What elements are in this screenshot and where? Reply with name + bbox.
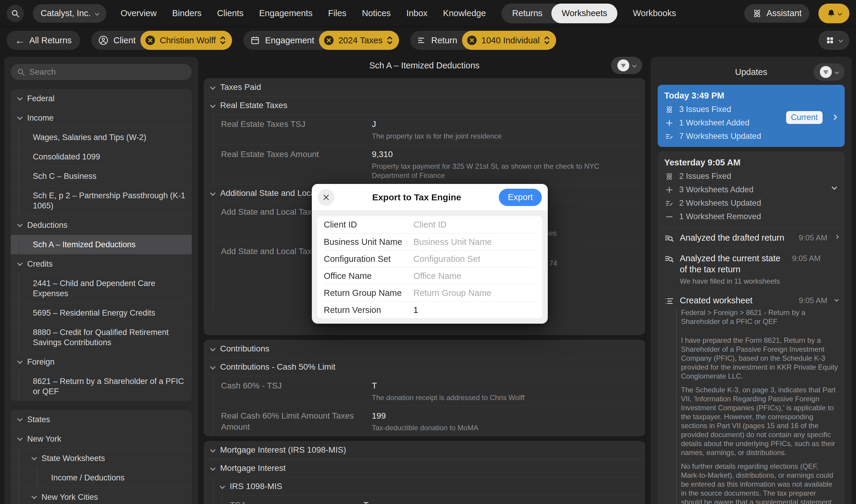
sidebar-item-consolidated-1099[interactable]: Consolidated 1099: [11, 147, 192, 166]
update-stat: 2 Worksheets Updated: [664, 199, 838, 208]
updates-filter-button[interactable]: [814, 63, 845, 80]
nav-item-knowledge[interactable]: Knowledge: [443, 8, 486, 18]
nav-item-engagements[interactable]: Engagements: [259, 8, 313, 18]
section-taxes-paid[interactable]: Taxes Paid: [204, 78, 645, 96]
sidebar-item-8880[interactable]: 8880 – Credit for Qualified Retirement S…: [11, 322, 192, 352]
field-row[interactable]: Real Estate Taxes Amount 9,310Property t…: [213, 145, 645, 184]
client-chip[interactable]: Christian Wolff: [140, 31, 232, 50]
bell-icon: [826, 8, 836, 18]
section-real-estate-taxes[interactable]: Real Estate Taxes: [204, 96, 645, 114]
form-row: Configuration Set Configuration Set: [324, 250, 536, 267]
form-row: Client ID Client ID: [324, 216, 536, 233]
assistant-button[interactable]: Assistant: [744, 4, 809, 23]
remove-icon[interactable]: [323, 35, 335, 46]
remove-icon[interactable]: [145, 35, 156, 46]
sidebar-item-5695[interactable]: 5695 – Residential Energy Credits: [11, 303, 192, 322]
sidebar-item-income[interactable]: Income: [11, 108, 192, 127]
field-row[interactable]: Real Estate Taxes TSJ JThe property tax …: [213, 115, 645, 145]
notifications-button[interactable]: [818, 4, 850, 23]
update-item[interactable]: Created worksheet 9:05 AM Federal > Fore…: [664, 290, 838, 504]
atom-icon: [664, 172, 674, 181]
all-returns-back-button[interactable]: ← All Returns: [6, 31, 80, 50]
section-irs-1098-mis[interactable]: IRS 1098-MIS: [213, 478, 645, 496]
update-header: Today 3:49 PM: [664, 91, 838, 101]
remove-icon[interactable]: [466, 35, 478, 46]
section-contributions[interactable]: Contributions: [204, 340, 645, 358]
return-version-field[interactable]: 1: [413, 305, 536, 315]
export-button[interactable]: Export: [499, 189, 542, 206]
analyze-icon: [664, 254, 675, 264]
sidebar-item-new-york-cities[interactable]: New York Cities: [11, 487, 192, 504]
sidebar-item-credits[interactable]: Credits: [11, 254, 192, 273]
engagement-chip[interactable]: 2024 Taxes: [319, 31, 399, 50]
modal-header: Export to Tax Engine Export: [312, 184, 548, 211]
nav-item-binders[interactable]: Binders: [172, 8, 201, 18]
field-value[interactable]: T: [372, 380, 637, 391]
update-item[interactable]: Analyzed the drafted return 9:05 AM: [664, 228, 838, 248]
update-item[interactable]: Analyzed the current state of the tax re…: [664, 248, 838, 290]
field-value[interactable]: 199: [372, 410, 637, 421]
field-row[interactable]: TSJ TThe Form 1098 is issued to Christia…: [222, 496, 645, 504]
nav-item-workbooks[interactable]: Workbooks: [633, 8, 676, 18]
sidebar-item-states[interactable]: States: [11, 410, 192, 429]
office-name-field[interactable]: Office Name: [413, 271, 536, 281]
toggle-worksheets[interactable]: Worksheets: [551, 4, 617, 23]
engagement-chip-value: 2024 Taxes: [338, 36, 382, 46]
sidebar-item-sch-e[interactable]: Sch E, p 2 – Partnership Passthrough (K-…: [11, 186, 192, 215]
return-group-field[interactable]: Return Group Name: [413, 288, 536, 298]
sidebar-item-2441[interactable]: 2441 – Child and Dependent Care Expenses: [11, 273, 192, 303]
update-today-card[interactable]: Today 3:49 PM 3 Issues Fixed 1 Worksheet…: [658, 85, 845, 147]
configuration-set-field[interactable]: Configuration Set: [413, 254, 536, 264]
sidebar-item-foreign[interactable]: Foreign: [11, 352, 192, 372]
chevron-down-icon: [17, 95, 22, 100]
sidebar-item-state-worksheets[interactable]: State Worksheets: [11, 448, 192, 468]
chevron-down-icon: [210, 447, 215, 452]
indent-guide: [19, 147, 19, 166]
nav-item-clients[interactable]: Clients: [217, 8, 244, 18]
chevron-down-icon: [835, 298, 839, 302]
global-search-button[interactable]: [6, 5, 24, 22]
worksheet-filter-button[interactable]: [611, 57, 642, 74]
return-toolbar: ← All Returns Client Christian Wolff Eng…: [0, 27, 856, 54]
chevron-right-icon: [835, 235, 839, 239]
nav-item-notices[interactable]: Notices: [362, 8, 391, 18]
sidebar-item-new-york[interactable]: New York: [11, 429, 192, 448]
nav-item-files[interactable]: Files: [328, 8, 346, 18]
yesterday-summary[interactable]: Yesterday 9:05 AM 2 Issues Fixed 3 Works…: [664, 158, 838, 221]
breadcrumb: Federal > Foreign > 8621 - Return by a S…: [676, 308, 838, 504]
chevron-down-icon: [210, 465, 215, 471]
sidebar-item-8621[interactable]: 8621 – Return by a Shareholder of a PFIC…: [11, 372, 192, 401]
toggle-returns[interactable]: Returns: [501, 8, 552, 18]
layout-grid-button[interactable]: [818, 31, 850, 50]
field-value[interactable]: T: [363, 500, 637, 504]
sidebar-item-deductions[interactable]: Deductions: [11, 215, 192, 235]
org-switcher[interactable]: Catalyst, Inc.: [33, 4, 106, 23]
field-value[interactable]: 9,310: [372, 149, 637, 160]
indent-guide: [19, 167, 19, 186]
search-input[interactable]: [29, 67, 186, 77]
sidebar-item-income-deductions[interactable]: Income / Deductions: [11, 468, 192, 487]
nav-item-overview[interactable]: Overview: [121, 8, 157, 18]
sidebar-item-federal[interactable]: Federal: [11, 89, 192, 108]
atom-icon: [752, 8, 762, 19]
sidebar-item-sch-c[interactable]: Sch C – Business: [11, 166, 192, 186]
field-row[interactable]: Cash 60% - TSJ TThe donation receipt is …: [213, 376, 645, 406]
section-contributions-cash[interactable]: Contributions - Cash 50% Limit: [204, 358, 645, 376]
field-value[interactable]: J: [372, 119, 637, 130]
field-row[interactable]: Real Cash 60% Limit Amount Taxes Amount …: [213, 406, 645, 436]
section-mortgage-interest[interactable]: Mortgage Interest: [204, 459, 645, 477]
close-button[interactable]: [318, 189, 335, 206]
client-id-field[interactable]: Client ID: [413, 220, 536, 230]
modal-form: Client ID Client ID Business Unit Name B…: [317, 216, 542, 318]
person-icon: [98, 35, 109, 46]
chevron-down-icon: [210, 190, 215, 196]
return-chip[interactable]: 1040 Individual: [462, 31, 556, 50]
chevron-down-icon: [835, 70, 839, 74]
sidebar-item-sch-a-selected[interactable]: Sch A – Itemized Deductions: [11, 235, 192, 254]
business-unit-field[interactable]: Business Unit Name: [413, 237, 536, 247]
sidebar-item-wages-w2[interactable]: Wages, Salaries and Tips (W-2): [11, 127, 192, 147]
list-edit-icon: [664, 132, 674, 141]
update-note: We have filled in 11 worksheets: [680, 277, 838, 286]
nav-item-inbox[interactable]: Inbox: [406, 8, 427, 18]
section-mortgage-1098[interactable]: Mortgage Interest (IRS 1098-MIS): [204, 441, 645, 459]
